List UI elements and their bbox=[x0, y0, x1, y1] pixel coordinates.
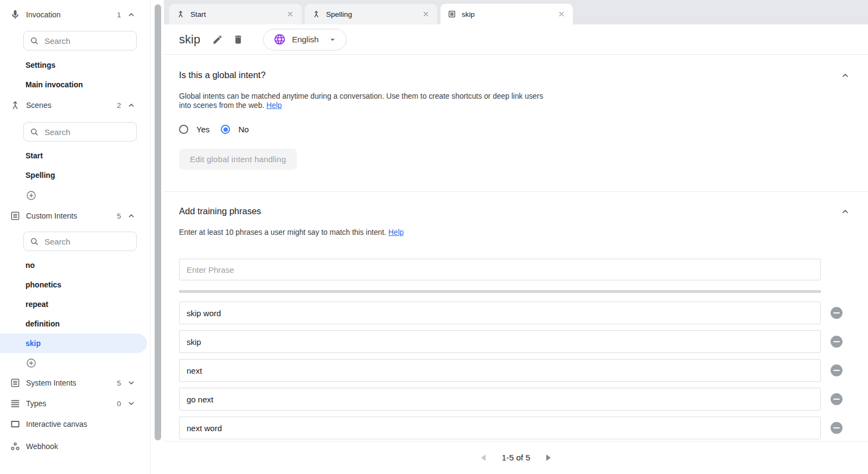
tab-skip[interactable]: skip bbox=[441, 4, 573, 24]
remove-phrase-icon[interactable] bbox=[831, 393, 843, 405]
tab-start[interactable]: Start bbox=[169, 4, 302, 24]
search-icon bbox=[29, 36, 39, 46]
section-count: 1 bbox=[117, 11, 121, 19]
scene-icon bbox=[312, 10, 321, 18]
canvas-icon bbox=[10, 419, 21, 430]
tab-label: skip bbox=[462, 10, 475, 18]
sidebar-item-skip[interactable]: skip bbox=[0, 334, 147, 353]
language-label: English bbox=[292, 35, 318, 44]
phrase-input[interactable] bbox=[179, 388, 821, 411]
enter-phrase-input[interactable] bbox=[179, 259, 821, 280]
sidebar-section-custom-intents[interactable]: Custom Intents 5 bbox=[0, 206, 150, 226]
delete-intent-button[interactable] bbox=[231, 32, 246, 47]
sidebar: Invocation 1 Settings Main invocation Sc… bbox=[0, 0, 151, 474]
sidebar-section-partial bbox=[0, 466, 150, 474]
intents-icon bbox=[10, 377, 21, 388]
section-label: Custom Intents bbox=[26, 212, 117, 220]
search-input[interactable] bbox=[44, 36, 131, 46]
sidebar-item-no[interactable]: no bbox=[0, 255, 150, 275]
close-icon[interactable] bbox=[558, 10, 565, 18]
phrase-input[interactable] bbox=[179, 330, 821, 353]
pagination: 1-5 of 5 bbox=[164, 441, 868, 474]
horizontal-scrollbar[interactable] bbox=[179, 290, 821, 293]
radio-label[interactable]: Yes bbox=[196, 125, 209, 134]
radio-option-yes[interactable]: Yes bbox=[179, 125, 209, 134]
training-phrases-card: Add training phrases Enter at least 10 p… bbox=[164, 192, 868, 439]
close-icon[interactable] bbox=[422, 10, 430, 18]
custom-intents-search bbox=[23, 232, 137, 251]
add-scene-row bbox=[0, 185, 150, 206]
card-heading: Add training phrases bbox=[179, 206, 853, 216]
scenes-icon bbox=[10, 100, 21, 111]
globe-icon bbox=[273, 33, 286, 46]
sidebar-item-spelling[interactable]: Spelling bbox=[0, 165, 150, 185]
invocation-search bbox=[23, 31, 137, 50]
section-label: Interactive canvas bbox=[26, 420, 136, 428]
sidebar-section-system-intents[interactable]: System Intents 5 bbox=[0, 373, 150, 393]
next-page-icon[interactable] bbox=[546, 454, 551, 461]
radio-unselected-icon[interactable] bbox=[179, 125, 188, 134]
sidebar-item-start[interactable]: Start bbox=[0, 146, 150, 165]
section-label: Scenes bbox=[26, 101, 117, 110]
search-input[interactable] bbox=[44, 237, 131, 246]
edit-global-intent-handling-button[interactable]: Edit global intent handling bbox=[179, 149, 297, 170]
phrase-input[interactable] bbox=[179, 302, 821, 324]
search-icon bbox=[29, 236, 39, 246]
sidebar-section-scenes[interactable]: Scenes 2 bbox=[0, 94, 150, 116]
radio-selected-icon[interactable] bbox=[221, 125, 230, 134]
help-link[interactable]: Help bbox=[388, 228, 404, 236]
phrase-row bbox=[179, 330, 853, 353]
sidebar-item-settings[interactable]: Settings bbox=[0, 55, 150, 75]
sidebar-item-repeat[interactable]: repeat bbox=[0, 294, 150, 314]
scrollbar-thumb[interactable] bbox=[155, 4, 161, 440]
section-label: Invocation bbox=[26, 10, 117, 19]
intent-header: skip English bbox=[164, 24, 868, 54]
circle-icon bbox=[10, 466, 150, 474]
tab-strip: Start Spelling skip bbox=[164, 0, 868, 24]
caret-down-icon bbox=[328, 35, 337, 44]
chevron-down-icon bbox=[126, 399, 136, 408]
sidebar-section-types[interactable]: Types 0 bbox=[0, 393, 150, 414]
close-icon[interactable] bbox=[286, 10, 294, 18]
intents-icon bbox=[10, 210, 21, 221]
sidebar-section-invocation[interactable]: Invocation 1 bbox=[0, 4, 150, 25]
help-link[interactable]: Help bbox=[266, 101, 282, 110]
edit-intent-name-button[interactable] bbox=[210, 32, 225, 47]
webhook-icon bbox=[10, 441, 21, 452]
remove-phrase-icon[interactable] bbox=[831, 422, 843, 434]
language-selector[interactable]: English bbox=[263, 29, 347, 50]
sidebar-item-phonetics[interactable]: phonetics bbox=[0, 275, 150, 294]
search-input[interactable] bbox=[44, 127, 131, 137]
sidebar-section-interactive-canvas[interactable]: Interactive canvas bbox=[0, 414, 150, 434]
sidebar-item-main-invocation[interactable]: Main invocation bbox=[0, 75, 150, 94]
types-icon bbox=[10, 398, 21, 409]
radio-option-no[interactable]: No bbox=[221, 125, 248, 134]
sidebar-section-webhook[interactable]: Webhook bbox=[0, 434, 150, 458]
remove-phrase-icon[interactable] bbox=[831, 307, 843, 319]
search-icon bbox=[29, 127, 39, 137]
global-intent-radio-group: Yes No bbox=[179, 125, 853, 134]
card-heading: Is this a global intent? bbox=[179, 70, 853, 80]
collapse-card-button[interactable] bbox=[839, 205, 852, 218]
previous-page-icon[interactable] bbox=[481, 454, 486, 461]
section-label: System Intents bbox=[26, 379, 117, 387]
tab-spelling[interactable]: Spelling bbox=[305, 4, 437, 24]
description-text: Global intents can be matched anytime du… bbox=[179, 92, 543, 110]
phrase-input[interactable] bbox=[179, 417, 821, 439]
pencil-icon bbox=[212, 34, 223, 45]
section-label: Webhook bbox=[26, 442, 136, 451]
chevron-up-icon bbox=[126, 10, 136, 20]
remove-phrase-icon[interactable] bbox=[831, 336, 843, 348]
trash-icon bbox=[233, 34, 244, 45]
remove-phrase-icon[interactable] bbox=[831, 364, 843, 376]
collapse-card-button[interactable] bbox=[839, 69, 852, 82]
tab-label: Spelling bbox=[326, 10, 352, 18]
phrase-input[interactable] bbox=[179, 359, 821, 382]
sidebar-scrollbar bbox=[151, 0, 164, 474]
intent-icon bbox=[448, 10, 456, 18]
sidebar-item-definition[interactable]: definition bbox=[0, 314, 150, 334]
add-icon[interactable] bbox=[25, 357, 37, 369]
add-icon[interactable] bbox=[25, 190, 37, 201]
radio-label[interactable]: No bbox=[238, 125, 248, 134]
card-description: Global intents can be matched anytime du… bbox=[179, 92, 547, 110]
